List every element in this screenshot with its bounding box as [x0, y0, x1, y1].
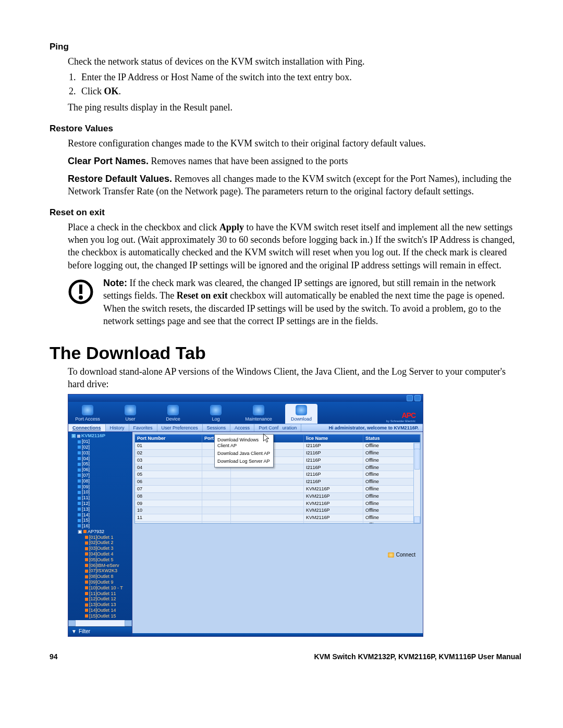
cell-port-number: 03 [135, 457, 202, 464]
tree-port-node[interactable]: [04] [68, 456, 132, 462]
tree-port-node[interactable]: [07] [68, 473, 132, 478]
tree-outlet-node[interactable]: [11]Outlet 11 [68, 591, 132, 597]
cursor-icon [263, 433, 270, 443]
download-log-server[interactable]: Download Log Server AP [217, 458, 271, 465]
cell-port-number: 06 [135, 478, 202, 485]
table-row[interactable]: 12KVM2116POffline [135, 522, 420, 524]
tree-port-node[interactable]: [11] [68, 495, 132, 501]
subtab-port-config[interactable]: Port Conf uration [254, 424, 301, 432]
grid-scrollbar[interactable] [413, 443, 420, 523]
subtab-sessions[interactable]: Sessions [203, 424, 231, 432]
tab-maintenance[interactable]: Maintenance [242, 404, 275, 424]
port-icon [78, 479, 81, 483]
tab-download[interactable]: Download [285, 404, 317, 424]
table-row[interactable]: 11KVM2116POffline [135, 514, 420, 522]
tree-outlet-node[interactable]: [13]Outlet 13 [68, 602, 132, 608]
tab-log[interactable]: Log [200, 404, 232, 424]
col-device-name[interactable]: lice Name [304, 435, 363, 442]
subtab-history[interactable]: History [106, 424, 129, 432]
scroll-track[interactable] [76, 620, 125, 626]
tree-port-node[interactable]: [01] [68, 439, 132, 445]
subtab-user-prefs[interactable]: User Preferences [157, 424, 203, 432]
tab-label: Maintenance [245, 416, 272, 422]
table-row[interactable]: 07KVM2116POffline [135, 486, 420, 493]
tree-port-node[interactable]: [03] [68, 450, 132, 456]
tab-device[interactable]: Device [157, 404, 189, 424]
tree-outlet-node[interactable]: [06]IBM-eServ [68, 563, 132, 569]
tab-user[interactable]: User [114, 404, 146, 424]
port-grid: Port Number Port Nam lice Name Status 01… [134, 434, 421, 524]
cell-status: Offline [363, 514, 420, 521]
tree-port-node[interactable]: [10] [68, 489, 132, 495]
tree-port-node[interactable]: [09] [68, 484, 132, 490]
tree-outlet-node[interactable]: [04]Outlet 4 [68, 551, 132, 557]
table-row[interactable]: 04I2116POffline [135, 464, 420, 472]
filter-bar[interactable]: ▼Filter [68, 626, 132, 636]
tree-outlet-node[interactable]: [12]Outlet 12 [68, 596, 132, 602]
tree-port-node[interactable]: [15] [68, 517, 132, 523]
reset-note-mid: Reset on exit [177, 290, 228, 301]
subtab-connections[interactable]: Connections [68, 424, 106, 432]
cell-status: Offline [363, 471, 420, 478]
sidebar-scrollbar[interactable] [68, 620, 132, 626]
cell-gap [231, 500, 304, 507]
ping-step2-post: . [119, 86, 121, 96]
table-row[interactable]: 09KVM2116POffline [135, 500, 420, 508]
tree-port-node[interactable]: [08] [68, 478, 132, 484]
tree-outlet-node[interactable]: [14]Outlet 14 [68, 608, 132, 613]
cell-port-name [202, 522, 231, 524]
scroll-right-icon[interactable] [125, 620, 132, 626]
table-row[interactable]: 03I2116POffline [135, 457, 420, 464]
scroll-down-icon[interactable] [414, 516, 420, 523]
tree-port-node[interactable]: [16] [68, 523, 132, 529]
table-row[interactable]: 08KVM2116POffline [135, 493, 420, 500]
titlebar-button[interactable] [407, 395, 413, 401]
tree-port-node[interactable]: [14] [68, 512, 132, 518]
tree-port-node[interactable]: [06] [68, 467, 132, 473]
tree-port-node[interactable]: [02] [68, 445, 132, 450]
table-row[interactable]: 10KVM2116POffline [135, 507, 420, 514]
tree-port-node[interactable]: [12] [68, 501, 132, 507]
download-java-client[interactable]: Download Java Client AP [217, 450, 271, 458]
subtab-access[interactable]: Access [230, 424, 254, 432]
outlet-icon [85, 570, 88, 573]
ping-step2-pre: Click [81, 86, 104, 96]
outlet-icon [85, 614, 88, 618]
tree-port-node[interactable]: [05] [68, 461, 132, 467]
tree-outlet-node[interactable]: [05]Outlet 5 [68, 557, 132, 563]
tree-outlet-node[interactable]: [08]Outlet 8 [68, 574, 132, 579]
maintenance-icon [253, 405, 264, 415]
tab-port-access[interactable]: Port Access [71, 404, 104, 424]
cell-status: Offline [363, 500, 420, 507]
tree-outlet-node[interactable]: [10]Outlet 10 - T [68, 585, 132, 591]
brand-logo: APCby Schneider Electric [386, 411, 420, 424]
tree-outlet-node[interactable]: [07]ISXW2K3 [68, 568, 132, 574]
tree-outlet-node[interactable]: [02]Outlet 2 [68, 540, 132, 546]
tree-port-node[interactable]: [13] [68, 507, 132, 512]
col-status[interactable]: Status [363, 435, 420, 442]
scroll-thumb[interactable] [414, 449, 420, 470]
scroll-left-icon[interactable] [68, 620, 76, 626]
connect-button[interactable]: Connect [388, 552, 415, 558]
cell-status: Offline [363, 522, 420, 524]
tree-outlet-node[interactable]: [03]Outlet 3 [68, 546, 132, 551]
tree-outlet-node[interactable]: [09]Outlet 9 [68, 579, 132, 585]
tree-outlet-node[interactable]: [15]Outlet 15 [68, 613, 132, 619]
table-row[interactable]: 06I2116POffline [135, 478, 420, 486]
restore-default: Restore Default Values. Removes all chan… [68, 172, 521, 198]
table-row[interactable]: 05I2116POffline [135, 471, 420, 478]
manual-title: KVM Switch KVM2132P, KVM2116P, KVM1116P … [314, 652, 521, 661]
table-row[interactable]: 02I2116POffline [135, 450, 420, 457]
tree-outlet-node[interactable]: [01]Outlet 1 [68, 535, 132, 540]
cell-status: Offline [363, 493, 420, 500]
tree-ap-node[interactable]: ▣ AP7932 [68, 529, 132, 535]
col-port-number[interactable]: Port Number [135, 435, 202, 442]
subtab-favorites[interactable]: Favorites [129, 424, 157, 432]
tree-root[interactable]: ▣ KVM2116P [68, 433, 132, 439]
table-row[interactable]: 01I2116POffline [135, 442, 420, 450]
port-icon [78, 497, 81, 500]
cell-device-name: I2116P [304, 464, 363, 471]
outlet-icon [85, 575, 88, 578]
tree[interactable]: ▣ KVM2116P [01] [02] [03] [04] [05] [06]… [68, 432, 132, 620]
titlebar-button[interactable] [414, 395, 421, 401]
